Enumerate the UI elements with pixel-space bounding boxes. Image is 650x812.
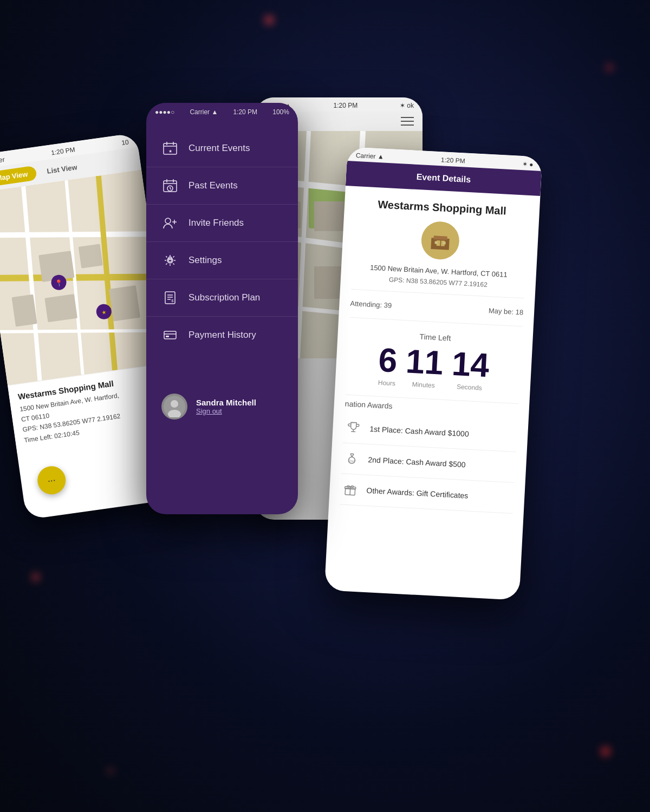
svg-rect-8 <box>79 244 103 269</box>
menu-item-past-events[interactable]: Past Events <box>146 167 298 205</box>
gift-icon <box>340 479 361 500</box>
minutes-number: 11 <box>405 344 444 380</box>
svg-rect-53 <box>314 201 344 231</box>
card-icon <box>161 326 179 344</box>
minutes-unit: 11 Minutes <box>405 344 444 389</box>
medal-icon: 2nd <box>342 448 362 469</box>
hamburger-line-3 <box>401 125 414 126</box>
svg-line-69 <box>352 454 354 457</box>
trophy-icon <box>343 418 364 438</box>
event-attendance: Attending: 39 May be: 18 <box>350 295 524 321</box>
map-view-tab[interactable]: Map View <box>0 166 37 187</box>
carrier-label: Carrier <box>0 156 5 166</box>
calendar-clock-icon <box>161 177 179 194</box>
maybe-count: May be: 18 <box>489 306 524 316</box>
invite-friends-label: Invite Friends <box>188 218 244 228</box>
svg-line-74 <box>350 487 350 495</box>
svg-rect-11 <box>109 285 140 321</box>
menu-user-section: Sandra Mitchell Sign out <box>146 381 298 433</box>
subscription-label: Subscription Plan <box>188 292 260 303</box>
menu-item-current-events[interactable]: ★ Current Events <box>146 130 298 167</box>
award-3-text: Other Awards: Gift Certificates <box>366 486 469 500</box>
list-view-tab[interactable]: List View <box>37 159 87 180</box>
hamburger-line-1 <box>401 117 414 118</box>
hamburger-line-2 <box>401 121 414 122</box>
hamburger-menu[interactable] <box>401 117 414 126</box>
time-digits: 6 Hours 11 Minutes 14 Seconds <box>346 342 522 394</box>
settings-label: Settings <box>188 255 222 266</box>
seconds-unit: 14 Seconds <box>451 347 490 392</box>
svg-rect-39 <box>164 331 176 339</box>
event-time: 1:20 PM <box>441 156 465 165</box>
calendar-star-icon: ★ <box>161 140 179 157</box>
award-2-text: 2nd Place: Cash Award $500 <box>368 455 466 469</box>
phone-event-screen: Carrier ▲ 1:20 PM ✶ ● Event Details West… <box>324 147 542 600</box>
menu-time: 1:20 PM <box>233 108 257 116</box>
svg-text:★: ★ <box>168 149 172 154</box>
time-left-section: Time Left 6 Hours 11 Minutes 14 Seconds <box>346 323 522 400</box>
awards-section: nation Awards 1st Place: Cash Award $100… <box>340 390 519 518</box>
svg-rect-9 <box>11 294 37 327</box>
menu-status-bar: ●●●●○ Carrier ▲ 1:20 PM 100% <box>146 103 298 119</box>
menu-item-invite-friends[interactable]: Invite Friends <box>146 205 298 242</box>
event-content: Westarms Shopping Mall 1500 New Britain … <box>328 186 541 529</box>
past-events-label: Past Events <box>188 180 238 191</box>
hours-label: Hours <box>377 379 396 388</box>
svg-point-28 <box>165 218 171 224</box>
svg-text:2nd: 2nd <box>348 459 355 463</box>
event-battery: ✶ ● <box>522 160 534 168</box>
svg-rect-41 <box>166 336 169 337</box>
svg-point-43 <box>171 400 178 408</box>
map2-signal: ✶ ok <box>400 102 414 109</box>
map-signal: 10 <box>121 138 129 147</box>
menu-carrier-dots: ●●●●○ <box>155 108 174 116</box>
user-info: Sandra Mitchell Sign out <box>196 398 256 415</box>
seconds-label: Seconds <box>451 383 489 392</box>
payment-history-label: Payment History <box>188 330 256 340</box>
screens-container: Carrier 1:20 PM 10 Map View List View <box>0 0 650 812</box>
menu-item-subscription[interactable]: $ Subscription Plan <box>146 279 298 317</box>
event-header-title: Event Details <box>416 172 471 184</box>
receipt-icon: $ <box>161 289 179 306</box>
svg-text:$: $ <box>171 298 174 303</box>
user-name: Sandra Mitchell <box>196 398 256 407</box>
svg-text:📍: 📍 <box>54 278 63 287</box>
sign-out-link[interactable]: Sign out <box>196 407 256 415</box>
event-venue-image <box>420 221 460 261</box>
svg-rect-21 <box>164 181 177 192</box>
svg-rect-63 <box>435 241 438 244</box>
fab-dots-button[interactable]: ··· <box>36 464 68 496</box>
event-venue-name: Westarms Shopping Mall <box>355 197 529 219</box>
map-time: 1:20 PM <box>50 146 75 156</box>
menu-item-payment-history[interactable]: Payment History <box>146 317 298 353</box>
current-events-label: Current Events <box>188 143 250 154</box>
user-avatar <box>161 394 187 420</box>
menu-item-settings[interactable]: Settings <box>146 242 298 279</box>
seconds-number: 14 <box>451 347 490 383</box>
map-display: 📍 ★ <box>0 170 168 385</box>
settings-icon <box>161 252 179 269</box>
svg-point-33 <box>168 259 172 262</box>
map2-time: 1:20 PM <box>334 102 358 109</box>
phone-menu-screen: ●●●●○ Carrier ▲ 1:20 PM 100% ★ Current E… <box>146 103 298 514</box>
people-add-icon <box>161 214 179 232</box>
svg-rect-64 <box>443 241 446 244</box>
svg-text:★: ★ <box>101 309 107 316</box>
minutes-label: Minutes <box>405 380 443 390</box>
hours-number: 6 <box>378 343 398 378</box>
award-1-text: 1st Place: Cash Award $1000 <box>369 424 469 438</box>
svg-rect-60 <box>433 235 447 240</box>
menu-battery: 100% <box>272 108 289 116</box>
menu-carrier: Carrier ▲ <box>190 108 218 116</box>
attending-count: Attending: 39 <box>350 299 392 310</box>
hours-unit: 6 Hours <box>377 343 398 388</box>
menu-list: ★ Current Events <box>146 119 298 364</box>
event-carrier: Carrier ▲ <box>356 152 385 161</box>
svg-rect-10 <box>44 294 77 322</box>
svg-line-27 <box>170 188 171 189</box>
